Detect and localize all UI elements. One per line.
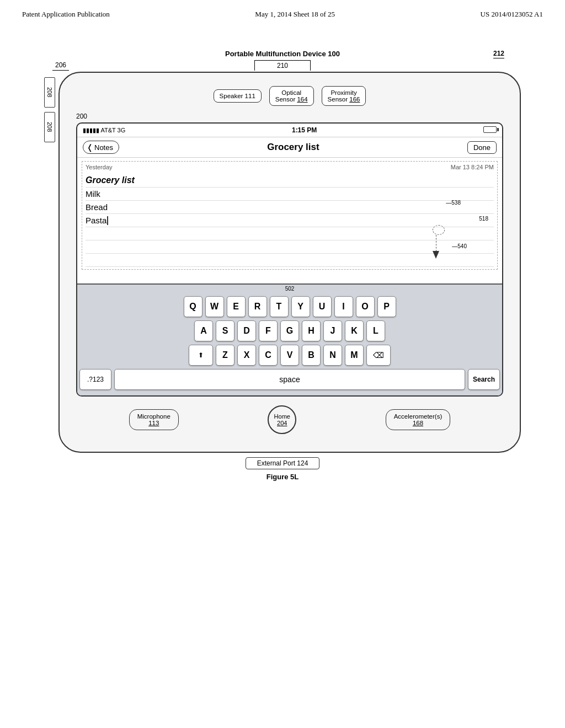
label-208-top: 208 bbox=[44, 77, 55, 108]
key-G[interactable]: G bbox=[280, 320, 299, 341]
selection-handle bbox=[433, 225, 445, 235]
key-F[interactable]: F bbox=[259, 320, 278, 341]
keyboard: Q W E R T Y U I O P bbox=[77, 292, 502, 395]
key-S[interactable]: S bbox=[216, 320, 234, 341]
key-O[interactable]: O bbox=[356, 296, 375, 317]
key-B[interactable]: B bbox=[302, 345, 321, 366]
external-port-area: External Port 124 bbox=[44, 457, 521, 469]
speaker-sensor: Speaker 111 bbox=[214, 89, 262, 103]
key-Z[interactable]: Z bbox=[216, 345, 234, 366]
key-Y[interactable]: Y bbox=[291, 296, 310, 317]
callout-line-540 bbox=[436, 235, 436, 251]
phone-screen: ▮▮▮▮▮ AT&T 3G 1:15 PM ❬ Notes Grocery li… bbox=[76, 122, 503, 397]
page: Patent Application Publication May 1, 20… bbox=[0, 0, 565, 728]
key-A[interactable]: A bbox=[194, 320, 213, 341]
done-button[interactable]: Done bbox=[467, 141, 497, 154]
battery bbox=[483, 126, 497, 134]
callout-538: —538 bbox=[446, 200, 461, 206]
key-search[interactable]: Search bbox=[468, 369, 500, 390]
home-button[interactable]: Home 204 bbox=[268, 405, 296, 434]
key-P[interactable]: P bbox=[377, 296, 396, 317]
key-D[interactable]: D bbox=[237, 320, 256, 341]
side-labels: 208 208 bbox=[44, 77, 55, 142]
key-M[interactable]: M bbox=[345, 345, 364, 366]
note-line-pasta: Pasta 518 bbox=[86, 214, 494, 227]
bottom-buttons: Microphone 113 Home 204 Accelerometer(s)… bbox=[73, 397, 506, 441]
svg-marker-0 bbox=[433, 251, 439, 259]
key-L[interactable]: L bbox=[366, 320, 385, 341]
label-208-bottom: 208 bbox=[44, 112, 55, 142]
battery-icon bbox=[483, 126, 497, 133]
key-T[interactable]: T bbox=[270, 296, 289, 317]
device-shell: Speaker 111 Optical Sensor 164 Proximity… bbox=[58, 72, 521, 453]
figure-label: Figure 5L bbox=[44, 473, 521, 481]
keyboard-row4: .?123 space Search bbox=[79, 369, 500, 390]
header-right: US 2014/0123052 A1 bbox=[481, 10, 543, 19]
header-left: Patent Application Publication bbox=[22, 10, 110, 19]
external-port-label: External Port 124 bbox=[246, 457, 320, 469]
keyboard-label: 502 bbox=[77, 285, 502, 292]
status-bar: ▮▮▮▮▮ AT&T 3G 1:15 PM bbox=[77, 124, 502, 137]
key-V[interactable]: V bbox=[280, 345, 299, 366]
accelerometer-button: Accelerometer(s) 168 bbox=[386, 409, 451, 430]
sensor-row: Speaker 111 Optical Sensor 164 Proximity… bbox=[73, 86, 506, 106]
label-210: 210 bbox=[254, 60, 311, 71]
patent-header: Patent Application Publication May 1, 20… bbox=[0, 0, 565, 24]
note-line-title: Grocery list bbox=[86, 174, 494, 188]
key-N[interactable]: N bbox=[323, 345, 342, 366]
proximity-sensor: Proximity Sensor 166 bbox=[322, 86, 366, 106]
key-W[interactable]: W bbox=[205, 296, 224, 317]
note-meta: Yesterday Mar 13 8:24 PM bbox=[86, 164, 494, 170]
key-H[interactable]: H bbox=[302, 320, 321, 341]
keyboard-row1: Q W E R T Y U I O P bbox=[79, 296, 500, 317]
label-206: 206 bbox=[52, 61, 69, 71]
key-J[interactable]: J bbox=[323, 320, 342, 341]
microphone-button[interactable]: Microphone 113 bbox=[129, 409, 179, 430]
note-line-bread: Bread —538 bbox=[86, 201, 494, 214]
callout-540-label: —540 bbox=[452, 243, 467, 249]
back-button[interactable]: ❬ Notes bbox=[83, 141, 119, 154]
device-title: Portable Multifunction Device 100 bbox=[225, 50, 340, 58]
key-shift[interactable]: ⬆ bbox=[189, 345, 213, 366]
keyboard-row3: ⬆ Z X C V B N M ⌫ bbox=[79, 345, 500, 366]
key-backspace[interactable]: ⌫ bbox=[366, 345, 391, 366]
note-line-milk: Milk bbox=[86, 188, 494, 201]
nav-bar: ❬ Notes Grocery list Done bbox=[77, 137, 502, 158]
label-200: 200 bbox=[76, 113, 506, 120]
device-area: Portable Multifunction Device 100 212 20… bbox=[44, 50, 521, 695]
key-E[interactable]: E bbox=[227, 296, 246, 317]
text-cursor bbox=[107, 216, 108, 225]
key-C[interactable]: C bbox=[259, 345, 278, 366]
signal-carrier: ▮▮▮▮▮ AT&T 3G bbox=[83, 127, 125, 134]
key-K[interactable]: K bbox=[345, 320, 364, 341]
key-X[interactable]: X bbox=[237, 345, 256, 366]
header-center: May 1, 2014 Sheet 18 of 25 bbox=[255, 10, 335, 19]
key-R[interactable]: R bbox=[248, 296, 267, 317]
keyboard-row2: A S D F G H J K L bbox=[79, 320, 500, 341]
key-space[interactable]: space bbox=[114, 369, 465, 390]
key-numbers[interactable]: .?123 bbox=[79, 369, 111, 390]
status-time: 1:15 PM bbox=[125, 126, 483, 134]
nav-title: Grocery list bbox=[267, 142, 319, 153]
label-212: 212 bbox=[493, 50, 504, 58]
key-Q[interactable]: Q bbox=[184, 296, 202, 317]
optical-sensor: Optical Sensor 164 bbox=[269, 86, 314, 106]
callout-518: 518 bbox=[479, 216, 488, 222]
key-I[interactable]: I bbox=[334, 296, 353, 317]
key-U[interactable]: U bbox=[313, 296, 332, 317]
arrow-down bbox=[431, 251, 440, 261]
notes-content: Yesterday Mar 13 8:24 PM Grocery list Mi… bbox=[77, 158, 502, 285]
